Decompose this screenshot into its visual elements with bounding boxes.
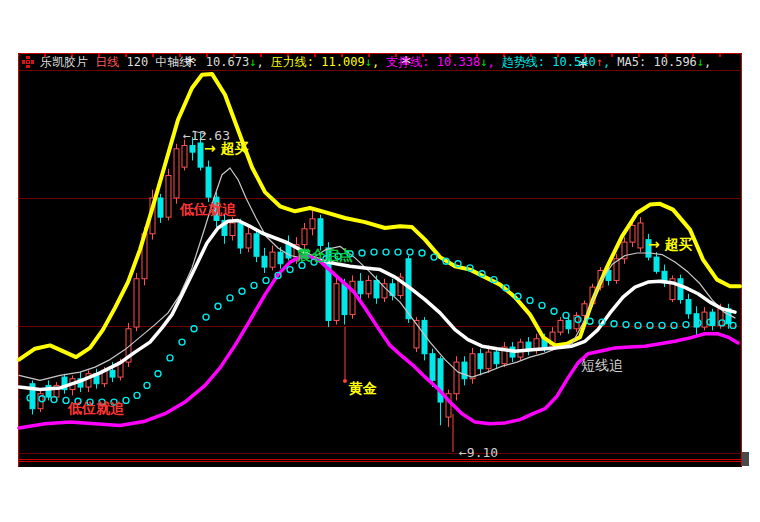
low-price-callout: ←9.10 xyxy=(459,445,498,460)
low-position-chase-top: 低位就追 xyxy=(179,201,237,217)
candle-body[interactable] xyxy=(630,225,635,242)
title-segment: 支撑线: xyxy=(386,55,436,69)
trend-dot xyxy=(587,318,593,324)
candle-body[interactable] xyxy=(342,284,347,315)
trend-dot xyxy=(299,262,305,268)
trend-dot xyxy=(134,392,140,398)
candle-body[interactable] xyxy=(246,234,251,248)
trend-dot xyxy=(179,339,185,345)
candle-body[interactable] xyxy=(430,354,435,381)
trend-dot xyxy=(539,302,545,308)
trend-dot xyxy=(251,282,257,288)
title-segment: 120 xyxy=(119,55,155,69)
candle-body[interactable] xyxy=(230,223,235,235)
title-segment: 乐凯胶片 xyxy=(40,55,88,69)
trend-dot xyxy=(419,250,425,256)
candle-body[interactable] xyxy=(302,229,307,245)
candle-body[interactable] xyxy=(278,252,283,264)
trend-dot xyxy=(671,322,677,328)
candle-body[interactable] xyxy=(134,279,139,327)
candle-body[interactable] xyxy=(470,354,475,379)
trend-dot xyxy=(167,355,173,361)
short-term-chase-label: 短线追 xyxy=(581,357,623,373)
title-segment: 11.009 xyxy=(321,55,364,69)
low-position-chase-bottom: 低位就追 xyxy=(67,400,125,416)
title-segment: 中轴线: xyxy=(155,55,205,69)
title-segment: MA5: xyxy=(617,55,653,69)
中轴线-mid-band-line xyxy=(19,221,735,390)
trend-dot xyxy=(659,322,665,328)
candle-body[interactable] xyxy=(454,362,459,394)
trend-dot xyxy=(395,249,401,255)
title-segment: , xyxy=(603,55,617,69)
scrollbar-corner[interactable] xyxy=(742,452,749,466)
candle-body[interactable] xyxy=(686,300,691,314)
candle-body[interactable] xyxy=(374,280,379,297)
candle-body[interactable] xyxy=(350,281,355,314)
candle-body[interactable] xyxy=(358,281,363,293)
candle-body[interactable] xyxy=(366,280,371,293)
title-segment: 日线 xyxy=(88,55,119,69)
candle-body[interactable] xyxy=(702,312,707,327)
trend-dot xyxy=(647,322,653,328)
overbought-label-right: → 超买 xyxy=(648,236,693,252)
trend-dot xyxy=(730,322,736,328)
candle-body[interactable] xyxy=(486,352,491,369)
candle-body[interactable] xyxy=(566,320,571,328)
trend-dot xyxy=(287,267,293,273)
trend-dot xyxy=(227,295,233,301)
trend-dot xyxy=(383,249,389,255)
title-segment: , xyxy=(372,55,386,69)
title-segment: ↓ xyxy=(697,55,704,69)
title-segment: 10.540 xyxy=(552,55,595,69)
candle-body[interactable] xyxy=(318,219,323,246)
candle-body[interactable] xyxy=(638,223,643,248)
title-segment: , xyxy=(704,55,711,69)
shakeout-start-label: 震仓启点 xyxy=(296,247,353,263)
candle-body[interactable] xyxy=(174,149,179,198)
candle-body[interactable] xyxy=(478,354,483,369)
candle-body[interactable] xyxy=(494,352,499,364)
candle-body[interactable] xyxy=(110,370,115,377)
candle-body[interactable] xyxy=(334,284,339,321)
candle-body[interactable] xyxy=(558,320,563,332)
app-flower-icon[interactable] xyxy=(22,56,34,68)
candle-body[interactable] xyxy=(462,362,467,379)
candle-body[interactable] xyxy=(198,143,203,167)
golden-anchor-dot xyxy=(343,379,347,383)
overbought-label-left: → 超买 xyxy=(204,140,249,156)
title-segment: , xyxy=(256,55,270,69)
candle-body[interactable] xyxy=(190,145,195,152)
trend-dot xyxy=(359,250,365,256)
candle-body[interactable] xyxy=(254,234,259,256)
压力线-upper-band-line xyxy=(19,74,740,360)
candle-body[interactable] xyxy=(262,256,267,267)
candle-body[interactable] xyxy=(182,145,187,167)
trend-dot xyxy=(263,277,269,283)
trend-dot xyxy=(215,303,221,309)
candle-body[interactable] xyxy=(166,175,171,217)
trend-dot xyxy=(527,297,533,303)
trend-dot xyxy=(371,249,377,255)
trend-dot xyxy=(431,254,437,260)
title-segment: , xyxy=(487,55,501,69)
candle-body[interactable] xyxy=(654,257,659,271)
candle-body[interactable] xyxy=(158,198,163,217)
trend-dot xyxy=(611,321,617,327)
golden-label: 黄金 xyxy=(348,380,377,396)
title-segment: ↓ xyxy=(365,55,372,69)
candle-body[interactable] xyxy=(238,223,243,248)
candle-body[interactable] xyxy=(270,252,275,267)
indicator-readout: 乐凯胶片 日线 120 中轴线: 10.673↓, 压力线: 11.009↓, … xyxy=(40,54,711,70)
candle-body[interactable] xyxy=(310,219,315,229)
candle-body[interactable] xyxy=(206,167,211,197)
candle-body[interactable] xyxy=(678,279,683,300)
title-segment: ↑ xyxy=(596,55,603,69)
title-segment: 10.338 xyxy=(437,55,480,69)
title-segment: 10.596 xyxy=(653,55,696,69)
trend-dot xyxy=(239,288,245,294)
trend-dot xyxy=(551,308,557,314)
trend-dot xyxy=(563,312,569,318)
trend-dot xyxy=(407,249,413,255)
price-chart[interactable]: ***←12.63→ 超买低位就追震仓启点黄金←9.10→ 超买短线追低位就追 xyxy=(0,0,760,522)
